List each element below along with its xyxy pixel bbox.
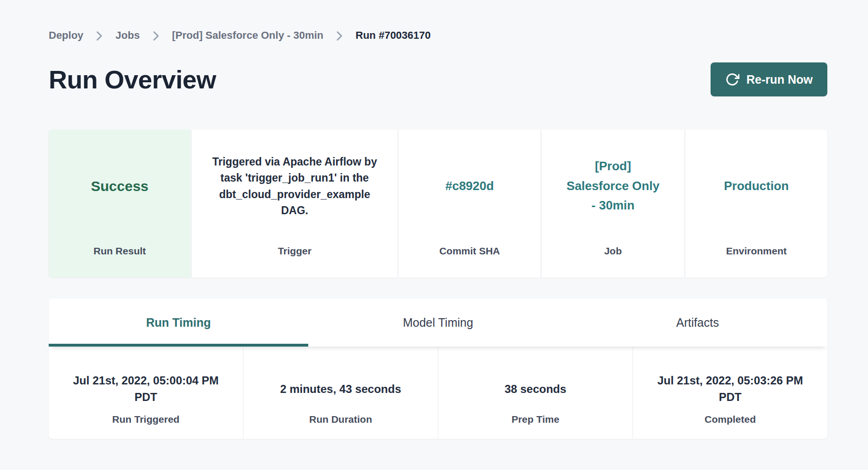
run-duration-value: 2 minutes, 43 seconds — [243, 365, 438, 414]
run-triggered-value: Jul 21st, 2022, 05:00:04 PM PDT — [49, 365, 243, 414]
summary-cards: Success Run Result Triggered via Apache … — [49, 130, 827, 278]
timing-cell-completed: Jul 21st, 2022, 05:03:26 PM PDT Complete… — [633, 347, 827, 439]
prep-time-label: Prep Time — [438, 414, 633, 425]
tab-run-timing[interactable]: Run Timing — [49, 298, 308, 347]
breadcrumb-item-jobs[interactable]: Jobs — [115, 29, 139, 42]
rerun-now-button-label: Re-run Now — [746, 73, 813, 87]
breadcrumb: Deploy Jobs [Prod] Salesforce Only - 30m… — [49, 0, 827, 42]
breadcrumb-item-run-number: Run #70036170 — [356, 29, 431, 42]
card-run-result: Success Run Result — [49, 130, 191, 278]
rerun-now-button[interactable]: Re-run Now — [711, 62, 827, 96]
environment-link[interactable]: Production — [724, 176, 789, 196]
run-details-card: Run Timing Model Timing Artifacts Jul 21… — [49, 298, 827, 439]
tab-artifacts[interactable]: Artifacts — [568, 298, 827, 347]
run-timing-panel: Jul 21st, 2022, 05:00:04 PM PDT Run Trig… — [49, 347, 827, 439]
commit-sha-label: Commit SHA — [399, 245, 540, 257]
completed-label: Completed — [633, 414, 827, 425]
chevron-right-icon — [96, 31, 103, 41]
tab-model-timing[interactable]: Model Timing — [308, 298, 568, 347]
job-link[interactable]: [Prod] Salesforce Only - 30min — [563, 157, 663, 216]
breadcrumb-item-deploy[interactable]: Deploy — [49, 29, 83, 42]
environment-label: Environment — [686, 245, 827, 257]
card-job: [Prod] Salesforce Only - 30min Job — [542, 130, 684, 278]
card-trigger: Triggered via Apache Airflow by task 'tr… — [192, 130, 397, 278]
timing-cell-prep-time: 38 seconds Prep Time — [438, 347, 633, 439]
page-title: Run Overview — [49, 65, 216, 94]
job-label: Job — [542, 245, 684, 257]
title-row: Run Overview Re-run Now — [49, 61, 827, 98]
main-content: Deploy Jobs [Prod] Salesforce Only - 30m… — [0, 0, 868, 439]
timing-cell-run-duration: 2 minutes, 43 seconds Run Duration — [243, 347, 438, 439]
timing-cell-run-triggered: Jul 21st, 2022, 05:00:04 PM PDT Run Trig… — [49, 347, 243, 439]
tabs: Run Timing Model Timing Artifacts — [49, 298, 827, 347]
trigger-value: Triggered via Apache Airflow by task 'tr… — [211, 154, 378, 219]
chevron-right-icon — [153, 31, 159, 41]
run-triggered-label: Run Triggered — [49, 414, 243, 425]
refresh-icon — [725, 72, 739, 87]
run-result-label: Run Result — [49, 245, 191, 257]
prep-time-value: 38 seconds — [438, 365, 633, 414]
chevron-right-icon — [336, 31, 343, 41]
card-environment: Production Environment — [686, 130, 827, 278]
completed-value: Jul 21st, 2022, 05:03:26 PM PDT — [633, 365, 827, 414]
run-result-value: Success — [91, 178, 148, 194]
card-commit-sha: #c8920d Commit SHA — [399, 130, 540, 278]
trigger-label: Trigger — [192, 245, 397, 257]
commit-sha-link[interactable]: #c8920d — [445, 176, 494, 196]
breadcrumb-item-job-name[interactable]: [Prod] Salesforce Only - 30min — [172, 29, 323, 42]
run-duration-label: Run Duration — [243, 414, 438, 425]
